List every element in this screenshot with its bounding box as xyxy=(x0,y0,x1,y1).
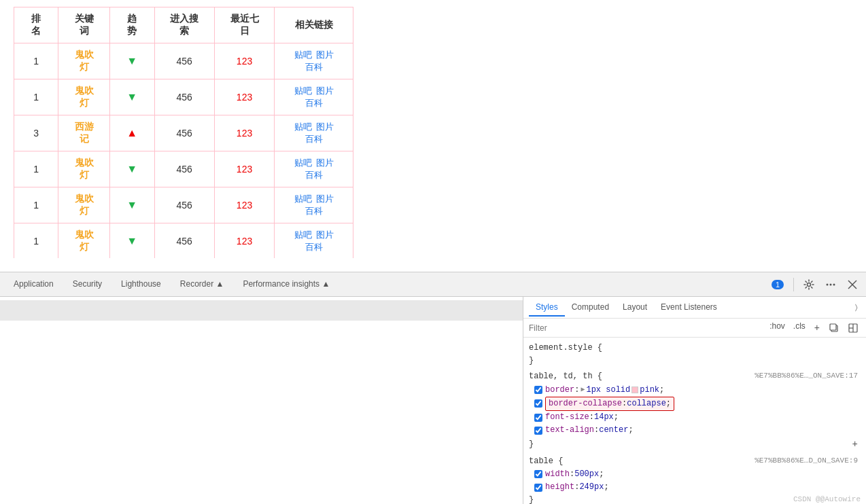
cell-search: 456 xyxy=(154,151,214,187)
cell-rank: 1 xyxy=(14,187,58,223)
table-row: 3西游记▲456123贴吧图片百科 xyxy=(14,115,353,151)
th-search: 进入搜索 xyxy=(154,7,214,43)
cell-search: 456 xyxy=(154,115,214,151)
cell-keyword: 西游记 xyxy=(58,115,110,151)
link-贴吧[interactable]: 贴吧 xyxy=(294,194,312,204)
table-row: 1鬼吹灯▼456123贴吧图片百科 xyxy=(14,43,353,79)
table-row: 1鬼吹灯▼456123贴吧图片百科 xyxy=(14,223,353,259)
cell-rank: 1 xyxy=(14,151,58,187)
cell-rank: 1 xyxy=(14,79,58,115)
trend-down-icon: ▼ xyxy=(126,235,137,247)
cell-rank: 3 xyxy=(14,115,58,151)
th-trend: 趋势 xyxy=(109,7,154,43)
cell-links: 贴吧图片百科 xyxy=(275,223,353,259)
cell-keyword: 鬼吹灯 xyxy=(58,79,110,115)
table-row: 1鬼吹灯▼456123贴吧图片百科 xyxy=(14,187,353,223)
cell-links: 贴吧图片百科 xyxy=(275,151,353,187)
link-百科[interactable]: 百科 xyxy=(305,62,323,72)
link-百科[interactable]: 百科 xyxy=(305,98,323,108)
cell-trend: ▼ xyxy=(109,151,154,187)
table-row: 1鬼吹灯▼456123贴吧图片百科 xyxy=(14,79,353,115)
cell-search: 456 xyxy=(154,223,214,259)
cell-recent: 123 xyxy=(214,151,274,187)
main-content: 排名 关键词 趋势 进入搜索 最近七日 相关链接 1鬼吹灯▼456123贴吧图片… xyxy=(0,0,866,258)
link-图片[interactable]: 图片 xyxy=(316,230,334,240)
link-贴吧[interactable]: 贴吧 xyxy=(294,230,312,240)
link-贴吧[interactable]: 贴吧 xyxy=(294,50,312,60)
link-贴吧[interactable]: 贴吧 xyxy=(294,158,312,168)
cell-search: 456 xyxy=(154,79,214,115)
cell-keyword: 鬼吹灯 xyxy=(58,151,110,187)
link-图片[interactable]: 图片 xyxy=(316,122,334,132)
cell-trend: ▲ xyxy=(109,115,154,151)
cell-search: 456 xyxy=(154,187,214,223)
link-图片[interactable]: 图片 xyxy=(316,158,334,168)
link-贴吧[interactable]: 贴吧 xyxy=(294,122,312,132)
th-links: 相关链接 xyxy=(275,7,353,43)
cell-links: 贴吧图片百科 xyxy=(275,43,353,79)
table-header-row: 排名 关键词 趋势 进入搜索 最近七日 相关链接 xyxy=(14,7,353,43)
link-百科[interactable]: 百科 xyxy=(305,134,323,144)
th-recent: 最近七日 xyxy=(214,7,274,43)
cell-keyword: 鬼吹灯 xyxy=(58,43,110,79)
link-百科[interactable]: 百科 xyxy=(305,206,323,216)
link-图片[interactable]: 图片 xyxy=(316,194,334,204)
cell-trend: ▼ xyxy=(109,223,154,259)
cell-trend: ▼ xyxy=(109,79,154,115)
cell-recent: 123 xyxy=(214,43,274,79)
cell-rank: 1 xyxy=(14,223,58,259)
cell-recent: 123 xyxy=(214,115,274,151)
th-rank: 排名 xyxy=(14,7,58,43)
link-百科[interactable]: 百科 xyxy=(305,242,323,252)
cell-recent: 123 xyxy=(214,79,274,115)
table-row: 1鬼吹灯▼456123贴吧图片百科 xyxy=(14,151,353,187)
cell-links: 贴吧图片百科 xyxy=(275,115,353,151)
cell-trend: ▼ xyxy=(109,43,154,79)
link-图片[interactable]: 图片 xyxy=(316,86,334,96)
cell-keyword: 鬼吹灯 xyxy=(58,187,110,223)
cell-search: 456 xyxy=(154,43,214,79)
cell-recent: 123 xyxy=(214,223,274,259)
cell-rank: 1 xyxy=(14,43,58,79)
trend-down-icon: ▼ xyxy=(126,55,137,67)
trend-up-icon: ▲ xyxy=(126,127,137,139)
trend-down-icon: ▼ xyxy=(126,199,137,211)
trend-down-icon: ▼ xyxy=(126,91,137,103)
link-百科[interactable]: 百科 xyxy=(305,170,323,180)
cell-links: 贴吧图片百科 xyxy=(275,187,353,223)
cell-recent: 123 xyxy=(214,187,274,223)
cell-links: 贴吧图片百科 xyxy=(275,79,353,115)
link-贴吧[interactable]: 贴吧 xyxy=(294,86,312,96)
cell-keyword: 鬼吹灯 xyxy=(58,223,110,259)
cell-trend: ▼ xyxy=(109,187,154,223)
th-keyword: 关键词 xyxy=(58,7,110,43)
trend-down-icon: ▼ xyxy=(126,163,137,175)
link-图片[interactable]: 图片 xyxy=(316,50,334,60)
data-table: 排名 关键词 趋势 进入搜索 最近七日 相关链接 1鬼吹灯▼456123贴吧图片… xyxy=(14,7,353,258)
